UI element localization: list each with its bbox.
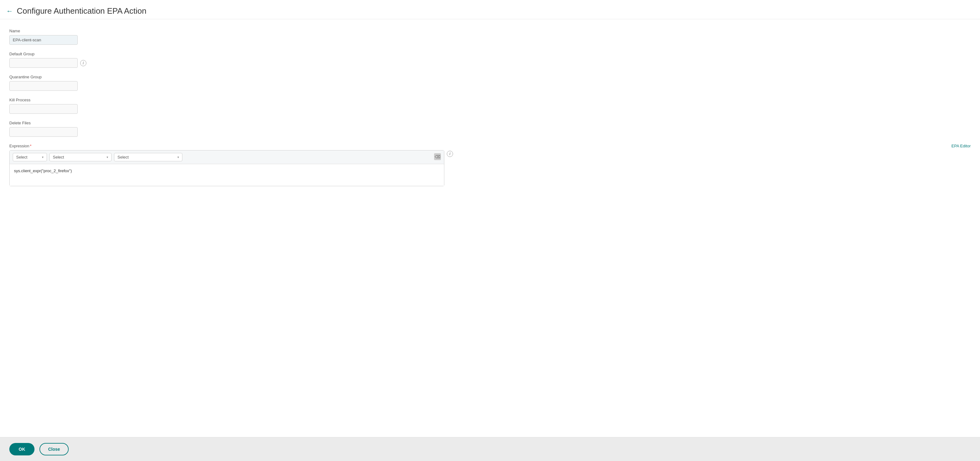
chevron-down-icon-3: ▾	[177, 155, 179, 159]
quarantine-group-input[interactable]	[10, 81, 78, 91]
default-group-row: i	[10, 58, 970, 68]
expression-box-wrapper: Select ▾ Select ▾ Select ▾	[10, 150, 444, 186]
expression-info-icon: i	[447, 151, 453, 157]
expression-select-2[interactable]: Select ▾	[49, 153, 111, 161]
content-area: Name Default Group i Quarantine Group Ki…	[0, 19, 980, 437]
footer: OK Close	[0, 437, 980, 461]
expression-right-info: i	[447, 151, 453, 157]
expression-group: Expression* EPA Editor Select ▾	[10, 144, 970, 186]
expression-label: Expression*	[10, 144, 31, 148]
default-group-input[interactable]	[10, 58, 78, 68]
kill-process-label: Kill Process	[10, 97, 970, 102]
expression-select-1[interactable]: Select ▾	[13, 153, 47, 161]
chevron-down-icon-1: ▾	[42, 155, 43, 159]
expression-container: Select ▾ Select ▾ Select ▾	[10, 150, 444, 186]
expression-text-area[interactable]: sys.client_expr("proc_2_firefox")	[10, 164, 444, 186]
kill-process-group: Kill Process	[10, 97, 970, 114]
expression-header: Expression* EPA Editor	[10, 144, 970, 148]
ok-button[interactable]: OK	[10, 443, 35, 455]
page-wrapper: ← Configure Authentication EPA Action Na…	[0, 0, 980, 461]
quarantine-group-group: Quarantine Group	[10, 75, 970, 91]
back-arrow-icon[interactable]: ←	[6, 7, 13, 15]
expression-selects-row: Select ▾ Select ▾ Select ▾	[10, 150, 444, 164]
epa-editor-link[interactable]: EPA Editor	[951, 144, 970, 148]
chevron-down-icon-2: ▾	[107, 155, 108, 159]
default-group-group: Default Group i	[10, 52, 970, 68]
expression-info-row: Select ▾ Select ▾ Select ▾	[10, 150, 970, 186]
name-input[interactable]	[10, 35, 78, 45]
select3-label: Select	[118, 155, 175, 160]
close-button[interactable]: Close	[40, 443, 68, 455]
default-group-info-icon: i	[80, 60, 86, 66]
page-title: Configure Authentication EPA Action	[17, 6, 146, 16]
select2-label: Select	[53, 155, 105, 160]
name-group: Name	[10, 29, 970, 45]
delete-files-input[interactable]	[10, 127, 78, 137]
delete-files-group: Delete Files	[10, 121, 970, 137]
clear-expression-icon[interactable]	[434, 153, 441, 160]
header: ← Configure Authentication EPA Action	[0, 0, 980, 19]
default-group-label: Default Group	[10, 52, 970, 56]
select1-label: Select	[16, 155, 40, 160]
expression-select-3[interactable]: Select ▾	[114, 153, 182, 161]
quarantine-group-label: Quarantine Group	[10, 75, 970, 79]
name-label: Name	[10, 29, 970, 33]
expression-clear-btn[interactable]	[434, 153, 441, 161]
delete-files-label: Delete Files	[10, 121, 970, 125]
expression-required: *	[30, 144, 31, 148]
kill-process-input[interactable]	[10, 104, 78, 114]
